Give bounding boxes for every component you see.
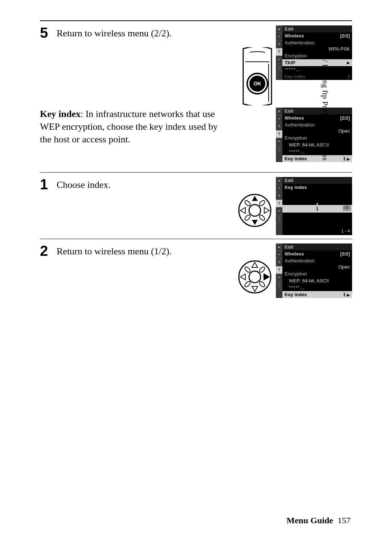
camera-screen-3: ▸ • ✎ Y ✑ ░ Edit Key index ▲ 1 OK bbox=[276, 177, 352, 235]
footer-label: Menu Guide bbox=[286, 516, 333, 525]
step-2-row: 2 Return to wireless menu (1/2). bbox=[40, 243, 352, 298]
recent-icon: ░ bbox=[276, 282, 282, 289]
enc-label: Encryption bbox=[282, 134, 352, 141]
keyindex-label: Key index bbox=[285, 74, 305, 79]
lcd-title: Wireless bbox=[285, 115, 304, 121]
dot-icon: • bbox=[276, 115, 282, 123]
keyindex-label: Key index bbox=[285, 292, 307, 297]
auth-value: Open bbox=[282, 128, 352, 134]
retouch-icon: ✑ bbox=[276, 56, 282, 64]
keyindex-value: 1 bbox=[343, 292, 346, 297]
retouch-icon: ✑ bbox=[276, 274, 282, 282]
step-text: Return to wireless menu (2/2). bbox=[57, 25, 235, 40]
step-number: 1 bbox=[40, 177, 50, 192]
pencil-icon: ✎ bbox=[276, 41, 282, 48]
wrench-icon: Y bbox=[276, 130, 282, 138]
retouch-icon: ✑ bbox=[276, 138, 282, 146]
rule-top bbox=[40, 20, 352, 21]
keyindex-value: 1 bbox=[316, 206, 318, 211]
auth-value: WPA-PSK bbox=[282, 46, 352, 52]
chevron-right-icon: ▶ bbox=[347, 61, 350, 65]
step-number: 2 bbox=[40, 243, 50, 258]
password-mask: *****… bbox=[285, 67, 301, 72]
page-number: 157 bbox=[338, 516, 351, 525]
lcd-title: Wireless bbox=[285, 33, 304, 39]
recent-icon: ░ bbox=[276, 215, 282, 223]
dot-icon: • bbox=[276, 251, 282, 259]
step-1-row: 1 Choose index. bbox=[40, 177, 352, 235]
play-icon: ▸ bbox=[276, 25, 282, 33]
lcd-title: Wireless bbox=[285, 251, 304, 257]
wrench-icon: Y bbox=[276, 266, 282, 274]
keyindex-label: Key index bbox=[285, 156, 307, 161]
keyindex-selected: ▲ 1 OK bbox=[282, 205, 352, 213]
rule-divider bbox=[40, 239, 352, 239]
password-mask: *****… bbox=[289, 285, 305, 290]
enc-value: TKIP bbox=[285, 60, 295, 65]
lcd-page: [2/2] bbox=[340, 251, 350, 257]
svg-text:OK: OK bbox=[254, 81, 261, 86]
chevron-right-icon: ▶ bbox=[347, 157, 350, 161]
pencil-icon: ✎ bbox=[276, 259, 282, 266]
wrench-icon: Y bbox=[276, 200, 282, 207]
auth-value: Open bbox=[282, 264, 352, 270]
rule-divider bbox=[40, 172, 352, 173]
camera-screen-4: ▸ • ✎ Y ✑ ░ Edit Wireless[2/2] Authentic… bbox=[276, 243, 352, 298]
lcd-breadcrumb: Edit bbox=[282, 243, 352, 250]
pencil-icon: ✎ bbox=[276, 192, 282, 200]
enc-value: WEP: 64-bit, ASCII bbox=[282, 277, 352, 284]
keyindex-value: 1 bbox=[343, 156, 346, 161]
password-mask: *****… bbox=[289, 149, 305, 154]
page-content: 5 Return to wireless menu (2/2). OK ▸ bbox=[0, 0, 392, 298]
keyindex-heading: Key index bbox=[40, 109, 81, 119]
recent-icon: ░ bbox=[276, 64, 282, 71]
wrench-icon: Y bbox=[276, 48, 282, 56]
pencil-icon: ✎ bbox=[276, 123, 282, 130]
side-tab-label: Mode / Editing ftp Profiles / Wireless bbox=[320, 39, 330, 161]
recent-icon: ░ bbox=[276, 146, 282, 153]
enc-value: WEP: 64-bit, ASCII bbox=[282, 141, 352, 148]
step-5-row: 5 Return to wireless menu (2/2). OK ▸ bbox=[40, 25, 352, 105]
arrow-up-icon: ▲ bbox=[315, 201, 319, 205]
camera-screen-2: ▸ • ✎ Y ✑ ░ Edit Wireless[2/2] Authentic… bbox=[276, 108, 352, 162]
auth-label: Authentication bbox=[282, 257, 352, 264]
multi-selector-illustration bbox=[237, 193, 272, 228]
step-number: 5 bbox=[40, 25, 50, 40]
keyindex-value: 1 bbox=[347, 74, 350, 79]
lcd-title: Key index bbox=[282, 184, 352, 191]
play-icon: ▸ bbox=[276, 108, 282, 115]
enc-label: Encryption bbox=[282, 270, 352, 277]
enc-label: Encryption bbox=[282, 52, 352, 59]
lcd-page: [2/2] bbox=[340, 33, 350, 39]
lcd-breadcrumb: Edit bbox=[282, 177, 352, 184]
ok-badge: OK bbox=[343, 206, 351, 210]
svg-point-6 bbox=[249, 205, 261, 216]
play-icon: ▸ bbox=[276, 177, 282, 185]
lcd-page: [2/2] bbox=[340, 115, 350, 121]
multi-selector-illustration bbox=[237, 259, 272, 294]
keyindex-range: 1 - 4 bbox=[282, 226, 352, 235]
retouch-icon: ✑ bbox=[276, 207, 282, 215]
keyindex-row: Key index: In infrastructure networks th… bbox=[40, 108, 352, 162]
page-footer: Menu Guide 157 bbox=[286, 516, 351, 525]
step-text: Return to wireless menu (1/2). bbox=[57, 243, 231, 258]
step-text: Choose index. bbox=[57, 177, 231, 192]
dot-icon: • bbox=[276, 33, 282, 41]
svg-point-16 bbox=[249, 271, 261, 283]
chevron-right-icon: ▶ bbox=[347, 293, 350, 297]
auth-label: Authentication bbox=[282, 39, 352, 46]
play-icon: ▸ bbox=[276, 243, 282, 251]
dot-icon: • bbox=[276, 185, 282, 192]
ok-button-illustration: OK bbox=[242, 47, 273, 105]
auth-label: Authentication bbox=[282, 121, 352, 128]
camera-screen-1: ▸ • ✎ Y ✑ ░ Edit Wireless[2/2] Authentic… bbox=[276, 25, 352, 80]
lcd-breadcrumb: Edit bbox=[282, 25, 352, 32]
lcd-breadcrumb: Edit bbox=[282, 108, 352, 114]
